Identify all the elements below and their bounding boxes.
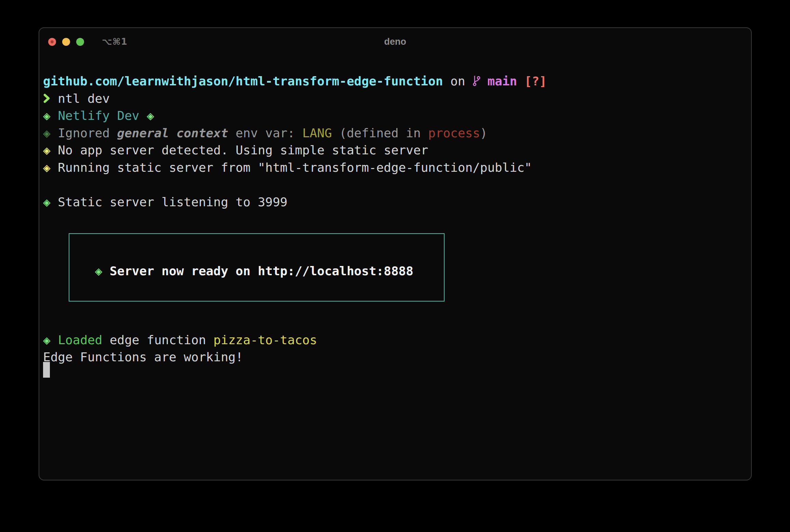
git-branch-icon (473, 72, 480, 90)
terminal-line: ◈ Running static server from "html-trans… (43, 159, 532, 176)
diamond-bullet-icon: ◈ (43, 193, 51, 211)
diamond-bullet-icon: ◈ (43, 107, 51, 124)
terminal-line: github.com/learnwithjason/html-transform… (43, 72, 547, 90)
terminal-line: ◈ Ignored general context env var: LANG … (43, 124, 488, 142)
desktop-background: ⌥⌘1 deno github.com/learnwithjason/html-… (0, 0, 790, 532)
diamond-bullet-icon: ◈ (43, 159, 51, 176)
terminal-content: github.com/learnwithjason/html-transform… (39, 28, 751, 480)
terminal-line: ◈ Static server listening to 3999 (43, 193, 287, 211)
terminal-line: ◈ Server now ready on http://localhost:8… (43, 262, 413, 280)
diamond-bullet-icon: ◈ (147, 107, 154, 124)
diamond-bullet-icon: ◈ (43, 141, 51, 159)
terminal-line: Edge Functions are working! (43, 348, 243, 366)
terminal-line: ntl dev (43, 90, 110, 107)
diamond-bullet-icon: ◈ (43, 331, 51, 349)
terminal-window: ⌥⌘1 deno github.com/learnwithjason/html-… (39, 27, 752, 480)
diamond-bullet-icon: ◈ (43, 124, 51, 142)
terminal-cursor (43, 362, 50, 378)
prompt-chevron-icon (43, 90, 51, 107)
terminal-line: ◈ Netlify Dev ◈ (43, 107, 154, 124)
terminal-line: ◈ Loaded edge function pizza-to-tacos (43, 331, 317, 349)
terminal-line: ◈ No app server detected. Using simple s… (43, 141, 428, 159)
diamond-bullet-icon: ◈ (95, 262, 103, 280)
